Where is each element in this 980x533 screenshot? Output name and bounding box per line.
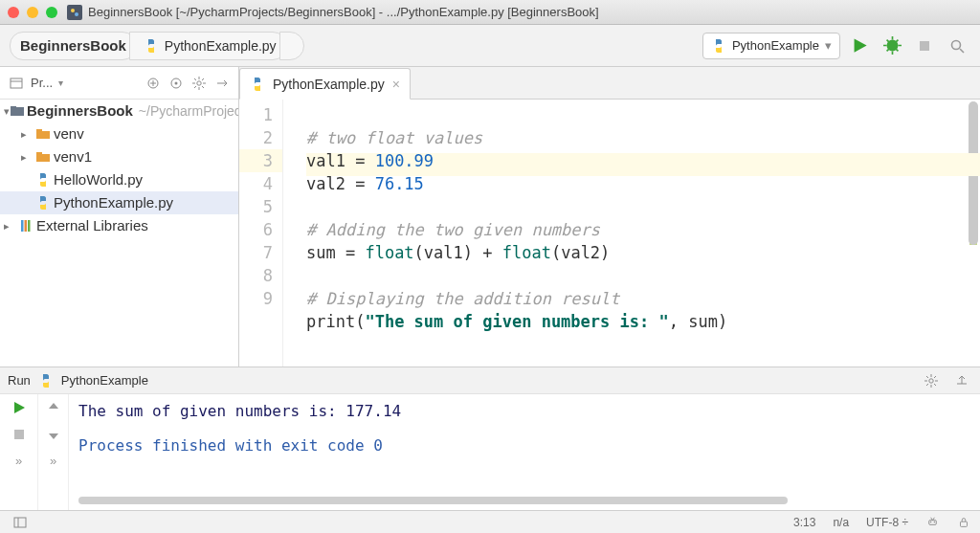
folder-item[interactable]: ▸venv1 xyxy=(0,145,238,168)
line-number[interactable]: 5 xyxy=(239,195,273,218)
line-number[interactable]: 1 xyxy=(239,103,273,126)
app-icon xyxy=(67,5,82,20)
expand-arrow-icon[interactable]: ▸ xyxy=(4,214,17,237)
more-button[interactable]: » xyxy=(50,454,56,468)
svg-rect-17 xyxy=(21,220,24,232)
more-button[interactable]: » xyxy=(15,454,22,468)
svg-rect-19 xyxy=(28,220,31,232)
svg-rect-4 xyxy=(920,41,929,51)
expand-arrow-icon[interactable]: ▸ xyxy=(21,145,34,168)
line-number[interactable]: 2 xyxy=(239,126,273,149)
stop-run-button[interactable] xyxy=(11,427,27,442)
up-stack-button[interactable] xyxy=(46,400,61,415)
svg-rect-12 xyxy=(11,106,16,109)
cursor-position[interactable]: 3:13 xyxy=(793,516,815,529)
chevron-down-icon[interactable]: ▾ xyxy=(58,78,63,88)
code-line[interactable]: val1 = 100.99 xyxy=(306,149,980,172)
run-toolbar-left-2: » xyxy=(38,394,69,510)
line-number[interactable]: 3 xyxy=(239,149,273,172)
code-line[interactable] xyxy=(306,264,980,287)
run-settings-button[interactable] xyxy=(921,370,942,391)
svg-rect-14 xyxy=(36,129,42,133)
breadcrumb-file[interactable]: PythonExample.py xyxy=(129,32,287,60)
svg-rect-26 xyxy=(961,522,968,526)
svg-point-24 xyxy=(930,522,932,523)
project-root[interactable]: ▾ BeginnersBook ~/PycharmProjects/Beginn… xyxy=(0,100,238,122)
project-tree[interactable]: ▾ BeginnersBook ~/PycharmProjects/Beginn… xyxy=(0,100,238,237)
settings-button[interactable] xyxy=(189,73,210,94)
code-content[interactable]: # two float valuesval1 = 100.99val2 = 76… xyxy=(283,100,980,366)
python-file-icon xyxy=(144,38,159,54)
code-line[interactable]: print("The sum of given numbers is: ", s… xyxy=(306,310,980,333)
external-libraries[interactable]: ▸ External Libraries xyxy=(0,214,238,237)
folder-icon xyxy=(34,149,52,165)
python-file-icon xyxy=(711,38,726,54)
svg-point-2 xyxy=(75,12,78,16)
project-root-path: ~/PycharmProjects/BeginnersBook xyxy=(139,100,238,122)
line-number[interactable]: 7 xyxy=(239,241,273,264)
svg-point-25 xyxy=(934,522,936,523)
svg-rect-6 xyxy=(11,78,22,88)
line-number[interactable]: 4 xyxy=(239,172,273,195)
line-number[interactable]: 6 xyxy=(239,218,273,241)
close-tab-button[interactable]: × xyxy=(392,77,400,92)
run-tool-label: Run xyxy=(8,373,31,388)
project-tool-window: Pr... ▾ ▾ BeginnersBook ~/PycharmProject… xyxy=(0,67,239,366)
editor-tab[interactable]: PythonExample.py × xyxy=(239,68,411,100)
down-stack-button[interactable] xyxy=(46,427,61,442)
code-line[interactable]: # two float values xyxy=(306,126,980,149)
search-everywhere-button[interactable] xyxy=(944,33,970,59)
horizontal-scrollbar[interactable] xyxy=(78,495,965,506)
tool-windows-button[interactable] xyxy=(10,512,31,533)
window-controls xyxy=(8,7,57,18)
hide-button[interactable] xyxy=(212,73,233,94)
item-name: venv xyxy=(54,122,84,145)
item-name: HelloWorld.py xyxy=(54,168,143,191)
collapse-all-button[interactable] xyxy=(143,73,164,94)
locate-button[interactable] xyxy=(166,73,187,94)
code-line[interactable] xyxy=(306,195,980,218)
line-number-gutter[interactable]: 123456789 xyxy=(239,100,283,366)
minimize-window-button[interactable] xyxy=(27,7,38,18)
python-file-icon xyxy=(34,172,52,188)
code-area[interactable]: 123456789 # two float valuesval1 = 100.9… xyxy=(239,100,980,366)
hide-run-button[interactable] xyxy=(951,370,972,391)
breadcrumb-project-label: BeginnersBook xyxy=(20,37,126,54)
item-name: venv1 xyxy=(54,145,92,168)
breadcrumb-tail[interactable] xyxy=(279,32,304,60)
code-line[interactable]: val2 = 76.15 xyxy=(306,172,980,195)
window-title: BeginnersBook [~/PycharmProjects/Beginne… xyxy=(88,5,599,19)
external-libraries-label: External Libraries xyxy=(36,214,148,237)
chevron-down-icon: ▾ xyxy=(825,38,832,53)
run-configuration-selector[interactable]: PythonExample ▾ xyxy=(702,33,840,59)
stop-button[interactable] xyxy=(911,33,938,59)
console-line: The sum of given numbers is: 177.14 xyxy=(78,402,970,423)
file-item[interactable]: PythonExample.py xyxy=(0,191,238,214)
insert-mode[interactable]: n/a xyxy=(833,516,849,529)
svg-point-20 xyxy=(929,378,933,382)
code-line[interactable]: # Displaying the addition result xyxy=(306,287,980,310)
lock-icon[interactable] xyxy=(957,516,970,529)
run-configuration-label: PythonExample xyxy=(732,38,819,53)
rerun-button[interactable] xyxy=(11,400,27,415)
project-tool-label: Pr... xyxy=(31,76,53,90)
code-line[interactable]: sum = float(val1) + float(val2) xyxy=(306,241,980,264)
maximize-window-button[interactable] xyxy=(46,7,57,18)
file-encoding[interactable]: UTF-8 ÷ xyxy=(866,516,908,529)
run-body: » » The sum of given numbers is: 177.14 … xyxy=(0,394,980,510)
file-item[interactable]: HelloWorld.py xyxy=(0,168,238,191)
console-output[interactable]: The sum of given numbers is: 177.14 Proc… xyxy=(69,394,980,510)
line-number[interactable]: 9 xyxy=(239,287,273,310)
line-number[interactable]: 8 xyxy=(239,264,273,287)
run-button[interactable] xyxy=(846,33,873,59)
project-view-icon[interactable] xyxy=(6,73,27,94)
debug-button[interactable] xyxy=(879,33,905,59)
breadcrumb-project[interactable]: BeginnersBook xyxy=(10,32,137,60)
inspections-icon[interactable] xyxy=(925,515,940,529)
close-window-button[interactable] xyxy=(8,7,19,18)
python-file-icon xyxy=(38,373,54,389)
expand-arrow-icon[interactable]: ▸ xyxy=(21,122,34,145)
folder-item[interactable]: ▸venv xyxy=(0,122,238,145)
code-line[interactable]: # Adding the two given numbers xyxy=(306,218,980,241)
status-bar: 3:13 n/a UTF-8 ÷ xyxy=(0,510,980,533)
